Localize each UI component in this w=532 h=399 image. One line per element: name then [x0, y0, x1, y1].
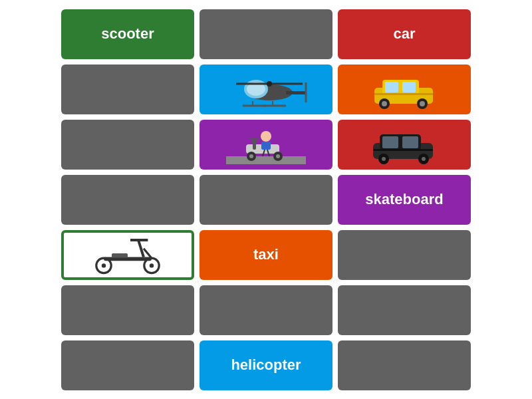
svg-line-48	[144, 249, 152, 258]
cell-skateboard-label[interactable]: skateboard	[338, 175, 471, 225]
svg-rect-40	[373, 149, 433, 151]
svg-point-25	[276, 154, 280, 158]
cell-scooter-selected[interactable]	[61, 230, 194, 280]
cell-r2c0[interactable]	[61, 120, 194, 170]
svg-rect-35	[402, 136, 418, 148]
taxi-car-icon	[368, 69, 441, 109]
skateboard-label-text: skateboard	[365, 191, 443, 208]
svg-line-46	[138, 240, 144, 257]
svg-point-23	[249, 154, 253, 158]
cell-r4c2[interactable]	[338, 230, 471, 280]
svg-rect-49	[112, 253, 128, 257]
cell-r0c1[interactable]	[200, 9, 332, 59]
cell-helicopter-image[interactable]	[200, 65, 332, 114]
cell-taxi-label[interactable]: taxi	[200, 230, 332, 280]
svg-rect-20	[226, 156, 306, 164]
helicopter-label-text: helicopter	[231, 356, 301, 374]
cell-helicopter-label[interactable]: helicopter	[200, 340, 332, 390]
cell-scooter-scene-image[interactable]	[200, 120, 332, 170]
cell-r3c1[interactable]	[200, 175, 332, 225]
cell-black-car-image[interactable]	[338, 120, 471, 170]
svg-rect-13	[385, 82, 398, 92]
scooter-drawing-icon	[84, 235, 171, 275]
svg-rect-27	[261, 142, 271, 150]
main-grid: scooter car	[48, 0, 484, 399]
svg-point-18	[420, 101, 425, 106]
cell-r3c0[interactable]	[61, 175, 194, 225]
cell-r5c1[interactable]	[200, 285, 332, 335]
cell-r6c0[interactable]	[61, 340, 194, 390]
svg-rect-3	[286, 91, 306, 94]
cell-scooter-label[interactable]: scooter	[61, 9, 194, 59]
svg-rect-34	[382, 136, 398, 148]
svg-point-37	[382, 157, 386, 161]
svg-rect-30	[253, 139, 256, 150]
cell-r6c2[interactable]	[338, 340, 471, 390]
cell-car-label[interactable]: car	[338, 9, 471, 59]
taxi-label-text: taxi	[253, 246, 279, 263]
svg-point-39	[422, 157, 426, 161]
svg-point-44	[150, 263, 154, 267]
cell-r5c0[interactable]	[61, 285, 194, 335]
helicopter-icon	[223, 69, 309, 109]
scooter-label-text: scooter	[101, 25, 154, 43]
svg-rect-14	[402, 82, 416, 92]
cell-r5c2[interactable]	[338, 285, 471, 335]
svg-rect-45	[104, 257, 152, 261]
cell-r1c0[interactable]	[61, 65, 194, 114]
svg-point-26	[261, 131, 271, 142]
svg-point-16	[382, 101, 387, 106]
cell-taxi-car-image[interactable]	[338, 65, 471, 114]
black-car-icon	[368, 124, 441, 164]
scooter-scene-icon	[226, 124, 306, 164]
svg-point-6	[267, 81, 272, 86]
car-label-text: car	[393, 25, 415, 43]
svg-rect-19	[374, 93, 433, 95]
svg-point-42	[102, 263, 106, 267]
